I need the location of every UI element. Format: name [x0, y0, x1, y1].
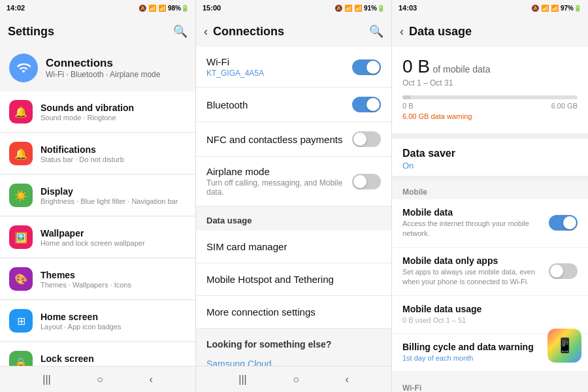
nav-home-1[interactable]: ○ [97, 374, 103, 385]
connections-icon-wrap [9, 54, 38, 82]
settings-item-notifications[interactable]: 🔔 Notifications Status bar · Do not dist… [0, 133, 195, 174]
wifi-label: Wi-Fi [206, 56, 352, 67]
mobile-data-only-toggle[interactable] [549, 263, 578, 279]
themes-text: Themes Themes · Wallpapers · Icons [41, 270, 131, 289]
menu-item-more[interactable]: More connection settings [196, 296, 391, 329]
mobile-data-label: Mobile data [402, 207, 549, 218]
mobile-data-usage-label: Mobile data usage [402, 304, 578, 314]
data-bar-bg [402, 95, 578, 99]
status-bar-2: 15:00 🔕 📶 📶 91%🔋 [196, 0, 391, 16]
phone-decorative-icon: 📱 [547, 329, 581, 363]
data-saver-section[interactable]: Data saver On [392, 139, 588, 181]
data-bar-right: 6.00 GB [551, 102, 578, 110]
airplane-subtitle: Turn off calling, messaging, and Mobile … [206, 178, 352, 197]
data-usage-section-label: Data usage [196, 206, 391, 231]
mute-icon-3: 🔕 [531, 5, 539, 12]
data-usage-title: Data usage [409, 25, 580, 39]
nav-back-1[interactable]: ‹ [149, 374, 152, 385]
data-saver-title: Data saver [402, 148, 578, 159]
time-1: 14:02 [7, 4, 25, 12]
mute-icon: 🔕 [139, 5, 146, 12]
battery-icon-3: 97%🔋 [561, 5, 581, 12]
lockscreen-label: Lock screen [41, 353, 159, 364]
nav-home-2[interactable]: ○ [293, 374, 299, 385]
settings-item-wallpaper[interactable]: 🖼️ Wallpaper Home and lock screen wallpa… [0, 217, 195, 258]
data-saver-status: On [402, 161, 578, 171]
wifi-icon: 📶 [148, 5, 156, 12]
bluetooth-toggle[interactable] [352, 97, 381, 112]
search-icon-2[interactable]: 🔍 [369, 24, 384, 39]
airplane-item-text: Airplane mode Turn off calling, messagin… [206, 166, 352, 197]
settings-item-sounds[interactable]: 🔔 Sounds and vibration Sound mode · Ring… [0, 91, 195, 133]
airplane-toggle[interactable] [352, 174, 381, 189]
data-usage-panel: 14:03 🔕 📶 📶 97%🔋 ‹ Data usage 0 B of mob… [392, 0, 588, 392]
menu-item-sim[interactable]: SIM card manager [196, 231, 391, 263]
nfc-label: NFC and contactless payments [206, 134, 352, 145]
status-icons-1: 🔕 📶 📶 98%🔋 [139, 5, 189, 12]
mobile-data-usage-subtitle: 0 B used Oct 1 – 51 [402, 316, 578, 325]
mobile-data-item[interactable]: Mobile data Access the internet through … [392, 199, 588, 248]
wifi-network: KT_GIGA_4A5A [206, 69, 352, 78]
wifi-item[interactable]: Wi-Fi KT_GIGA_4A5A [196, 47, 391, 88]
settings-item-display[interactable]: ☀️ Display Brightness · Blue light filte… [0, 175, 195, 216]
wifi-section-label: Wi-Fi [392, 377, 588, 392]
data-bar-fill [402, 95, 411, 99]
mute-icon-2: 🔕 [335, 5, 342, 12]
lockscreen-text: Lock screen Screen lock type · Always On… [41, 353, 159, 367]
signal-icon-2: 📶 [354, 5, 362, 12]
battery-icon-1: 98%🔋 [168, 5, 189, 12]
status-icons-2: 🔕 📶 📶 91%🔋 [335, 5, 385, 12]
notifications-icon: 🔔 [9, 142, 33, 165]
mobile-data-toggle[interactable] [549, 215, 578, 231]
more-label: More connection settings [206, 306, 316, 318]
display-icon: ☀️ [9, 184, 33, 207]
wifi-icon-svg [16, 61, 31, 75]
data-bar: 0 B 6.00 GB 6.00 GB data warning [402, 95, 578, 120]
connections-header[interactable]: Connections Wi-Fi · Bluetooth · Airplane… [0, 47, 195, 91]
themes-label: Themes [41, 270, 131, 280]
time-3: 14:03 [399, 4, 417, 12]
status-bar-1: 14:02 🔕 📶 📶 98%🔋 [0, 0, 195, 16]
menu-item-hotspot[interactable]: Mobile Hotspot and Tethering [196, 263, 391, 296]
sim-label: SIM card manager [206, 241, 287, 252]
nfc-toggle[interactable] [352, 131, 381, 147]
connections-subtitle: Wi-Fi · Bluetooth · Airplane mode [46, 70, 160, 79]
nav-back-2[interactable]: ‹ [345, 374, 348, 385]
wifi-toggle[interactable] [352, 59, 381, 75]
settings-list: 🔔 Sounds and vibration Sound mode · Ring… [0, 91, 195, 366]
back-button-3[interactable]: ‹ [400, 25, 404, 39]
samsung-cloud-link[interactable]: Samsung Cloud [206, 356, 381, 366]
mobile-data-text: Mobile data Access the internet through … [402, 207, 549, 239]
signal-icon: 📶 [158, 5, 166, 12]
mobile-data-only-text: Mobile data only apps Set apps to always… [402, 255, 549, 287]
looking-title: Looking for something else? [206, 339, 381, 350]
mobile-data-only-subtitle: Set apps to always use mobile data, even… [402, 267, 549, 287]
settings-item-homescreen[interactable]: ⊞ Home screen Layout · App icon badges [0, 301, 195, 342]
airplane-label: Airplane mode [206, 166, 352, 177]
data-amount-display: 0 B of mobile data [402, 56, 578, 77]
settings-item-lockscreen[interactable]: 🔒 Lock screen Screen lock type · Always … [0, 342, 195, 366]
search-icon[interactable]: 🔍 [173, 24, 188, 39]
homescreen-text: Home screen Layout · App icon badges [41, 312, 122, 331]
themes-icon: 🎨 [9, 267, 33, 291]
display-label: Display [41, 186, 178, 197]
nfc-item-text: NFC and contactless payments [206, 134, 352, 145]
nfc-item[interactable]: NFC and contactless payments [196, 122, 391, 157]
airplane-item[interactable]: Airplane mode Turn off calling, messagin… [196, 157, 391, 206]
nav-recent-1[interactable]: ||| [42, 374, 50, 385]
nav-recent-2[interactable]: ||| [238, 374, 246, 385]
connections-top-title: Connections [213, 25, 369, 39]
bluetooth-item[interactable]: Bluetooth [196, 88, 391, 122]
notifications-label: Notifications [41, 144, 124, 155]
notifications-subtitle: Status bar · Do not disturb [41, 155, 124, 163]
settings-item-themes[interactable]: 🎨 Themes Themes · Wallpapers · Icons [0, 259, 195, 300]
display-subtitle: Brightness · Blue light filter · Navigat… [41, 197, 178, 205]
battery-icon-2: 91%🔋 [364, 5, 385, 12]
signal-icon-3: 📶 [551, 5, 559, 12]
mobile-data-only-item[interactable]: Mobile data only apps Set apps to always… [392, 248, 588, 296]
time-2: 15:00 [203, 4, 221, 12]
sounds-icon: 🔔 [9, 100, 33, 123]
back-button-2[interactable]: ‹ [204, 25, 208, 39]
lockscreen-icon: 🔒 [9, 351, 33, 366]
connections-name: Connections [46, 57, 160, 70]
